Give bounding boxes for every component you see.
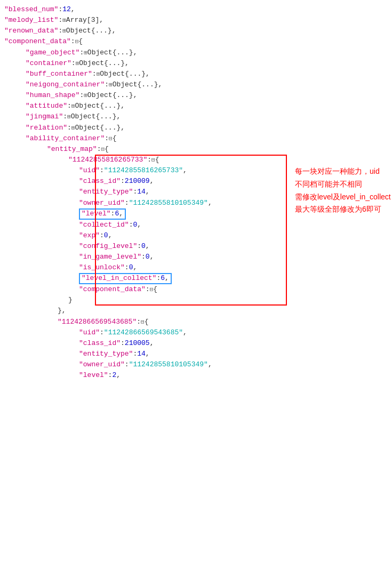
json-key: "uid" [79, 166, 100, 174]
expand-icon[interactable]: ⊞ [67, 114, 71, 120]
json-number-highlighted2: 6 [161, 274, 165, 282]
code-line: "level_in_collect":6, [4, 273, 392, 284]
json-plain: , [183, 328, 187, 336]
json-key: "game_object" [26, 49, 79, 57]
json-plain: : [105, 134, 109, 142]
json-key: "attitude" [26, 102, 67, 110]
expand-icon[interactable]: ⊟ [141, 319, 145, 325]
json-plain: : [137, 318, 141, 326]
code-line: "collect_id":0, [4, 220, 392, 230]
json-key: "jingmai" [26, 113, 63, 121]
code-lines: "blessed_num":12,"melody_list":⊞Array[3]… [4, 4, 392, 381]
json-plain: : [63, 113, 67, 121]
json-key: "in_game_level" [79, 253, 141, 261]
expand-icon[interactable]: ⊞ [109, 82, 113, 88]
json-plain: : [137, 242, 141, 250]
json-key: "relation" [26, 124, 67, 132]
level-highlight-box: "level":6, [79, 208, 126, 220]
code-line: "uid":"11242866569543685", [4, 327, 392, 338]
json-key: "neigong_container" [26, 81, 105, 89]
json-number: 210005 [125, 339, 150, 347]
code-line: "game_object":⊞Object{...}, [4, 47, 392, 58]
json-plain: : [67, 102, 71, 110]
json-key: "component_data" [4, 37, 71, 45]
json-plain: { [145, 318, 149, 326]
json-key: "owner_uid" [79, 199, 125, 207]
json-plain: : [105, 81, 109, 89]
code-line: "is_unlock":0, [4, 262, 392, 273]
json-plain: : [147, 156, 151, 164]
json-string: "11242866569543685" [104, 328, 183, 336]
json-key: "buff_container" [26, 70, 92, 78]
json-number: 14 [137, 188, 146, 196]
json-key: "11242855816265733" [68, 156, 147, 164]
json-plain: , [165, 274, 169, 282]
json-key: "class_id" [79, 339, 121, 347]
code-line: "entity_type":14, [4, 349, 392, 359]
json-plain: : [125, 263, 129, 271]
json-number: 210009 [125, 177, 150, 185]
json-key: "container" [26, 59, 71, 67]
json-key: "uid" [79, 328, 100, 336]
json-plain: { [113, 134, 117, 142]
json-key: "11242866569543685" [58, 318, 137, 326]
code-line: "relation":⊞Object{...}, [4, 123, 392, 133]
expand-icon[interactable]: ⊞ [84, 50, 87, 56]
expand-icon[interactable]: ⊟ [109, 135, 113, 142]
expand-icon[interactable]: ⊞ [62, 17, 66, 23]
json-key: "renown_data" [4, 27, 58, 35]
code-view: "blessed_num":12,"melody_list":⊞Array[3]… [4, 4, 392, 381]
json-plain: Object{...}, [113, 81, 163, 89]
json-plain: , [146, 242, 150, 250]
expand-icon[interactable]: ⊞ [62, 28, 66, 34]
json-key: "collect_id" [79, 221, 129, 229]
json-plain: { [155, 156, 159, 164]
json-key: "config_level" [79, 242, 137, 250]
json-number: 0 [141, 242, 146, 250]
json-plain: , [183, 166, 187, 174]
json-plain: , [71, 5, 75, 13]
json-plain: { [153, 285, 157, 293]
code-line: "exp":0, [4, 230, 392, 241]
json-number: 0 [146, 253, 150, 261]
json-plain: : [146, 285, 150, 293]
json-plain: : [125, 360, 129, 368]
code-line: "buff_container":⊞Object{...}, [4, 69, 392, 79]
code-line: "jingmai":⊞Object{...}, [4, 111, 392, 122]
json-plain: { [78, 37, 83, 45]
code-line: } [4, 295, 392, 306]
json-plain: , [208, 360, 212, 368]
json-key-highlighted: "level" [82, 210, 111, 218]
json-plain: , [137, 221, 141, 229]
json-key: "melody_list" [4, 16, 58, 24]
json-plain: : [100, 231, 104, 239]
json-plain: : [121, 339, 125, 347]
expand-icon[interactable]: ⊞ [84, 92, 87, 99]
json-plain: Object{...}, [66, 27, 116, 35]
json-plain: : [121, 177, 125, 185]
code-line: "class_id":210005, [4, 338, 392, 349]
json-plain: Object{...}, [75, 124, 125, 132]
json-plain: : [141, 253, 146, 261]
json-key: "class_id" [79, 177, 121, 185]
json-plain: : [100, 166, 104, 174]
json-plain: , [119, 210, 123, 218]
json-key: "component_data" [79, 285, 146, 293]
json-string: "11242855816265733" [104, 166, 183, 174]
json-plain: , [133, 263, 137, 271]
json-plain: Object{...}, [75, 102, 125, 110]
code-line: "human_shape":⊞Object{...}, [4, 90, 392, 101]
json-string: "11242855810105349" [129, 360, 208, 368]
code-line: "11242866569543685":⊟{ [4, 317, 392, 327]
json-plain: : [100, 328, 104, 336]
json-plain: : [92, 70, 97, 78]
json-key: "entity_type" [79, 350, 133, 358]
code-line: "ability_container":⊟{ [4, 133, 392, 144]
json-plain: Object{...}, [71, 113, 121, 121]
json-plain: , [108, 231, 113, 239]
json-key: "ability_container" [26, 134, 105, 142]
code-line: "11242855816265733":⊟{ [4, 155, 392, 165]
code-line: "level":2, [4, 370, 392, 381]
expand-icon[interactable]: ⊟ [151, 157, 155, 163]
code-line: "owner_uid":"11242855810105349", [4, 359, 392, 370]
